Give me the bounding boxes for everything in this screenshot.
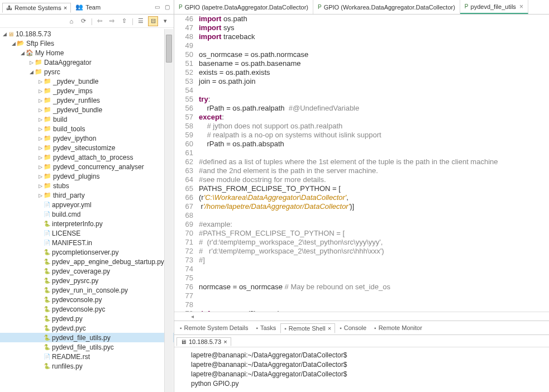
back-icon[interactable]: ⇦: [95, 16, 105, 26]
close-icon[interactable]: ×: [223, 338, 227, 345]
file-icon: 🐍: [44, 344, 50, 350]
tree-node[interactable]: 🐍pydevd_file_utils.py: [0, 333, 174, 342]
close-icon[interactable]: ×: [64, 4, 67, 11]
twist-icon[interactable]: ◢: [19, 50, 26, 56]
tree-node[interactable]: ▷📁stubs: [0, 181, 174, 190]
twist-icon[interactable]: ▷: [37, 136, 44, 141]
tree-node[interactable]: 🐍pydev_pysrc.py: [0, 276, 174, 285]
twist-icon[interactable]: ▷: [37, 155, 44, 160]
tree-node[interactable]: ▷📁pydev_ipython: [0, 133, 174, 143]
tree-node[interactable]: ▷📁third_party: [0, 190, 174, 200]
tree-node[interactable]: 🐍pycompletionserver.py: [0, 247, 174, 257]
tree-node[interactable]: ▷📁_pydevd_bundle: [0, 105, 174, 114]
twist-icon[interactable]: ◢: [1, 31, 8, 37]
shell-session-tab[interactable]: 🖥 10.188.5.73 ×: [176, 337, 231, 346]
bottom-tab[interactable]: ▪Tasks: [252, 323, 279, 332]
tree-node[interactable]: ◢🏠My Home: [0, 48, 174, 58]
twist-icon[interactable]: ▷: [37, 164, 44, 170]
bottom-tab[interactable]: ▪Remote System Details: [176, 323, 251, 332]
home-icon[interactable]: ⌂: [66, 16, 77, 26]
tree-node[interactable]: 📄MANIFEST.in: [0, 238, 174, 247]
collapse-icon[interactable]: ⊟: [148, 16, 158, 26]
file-icon: 📄: [44, 353, 50, 360]
refresh-icon[interactable]: ⟳: [79, 16, 89, 26]
tree-node[interactable]: ▷📁_pydev_imps: [0, 86, 174, 95]
twist-icon[interactable]: ▷: [37, 88, 44, 94]
close-icon[interactable]: ×: [519, 3, 523, 11]
tree-node[interactable]: ▷📁pydevd_plugins: [0, 171, 174, 181]
tree-node[interactable]: 📄appveyor.yml: [0, 200, 174, 209]
tree-node[interactable]: ▷📁_pydev_runfiles: [0, 95, 174, 105]
twist-icon[interactable]: ▷: [28, 60, 35, 65]
tree-node[interactable]: 🐍interpreterInfo.py: [0, 219, 174, 228]
twist-icon[interactable]: ▷: [37, 98, 44, 103]
twist-icon[interactable]: ▷: [37, 183, 44, 189]
code-editor[interactable]: 4647484950515253545556575859606162636465…: [174, 15, 549, 312]
file-tree[interactable]: ◢🖥10.188.5.73◢📂Sftp Files◢🏠My Home▷📁Data…: [0, 28, 174, 392]
close-icon[interactable]: ×: [328, 325, 331, 332]
shell-panel: 🖥 10.188.5.73 × lapetre@bananapi:~/DataA…: [174, 335, 549, 392]
tree-node[interactable]: ▷📁DataAggregator: [0, 58, 174, 67]
twist-icon[interactable]: ▷: [37, 79, 44, 84]
tree-node[interactable]: 🐍pydevd.py: [0, 314, 174, 323]
shell-inner-tabs: 🖥 10.188.5.73 ×: [174, 335, 549, 347]
twist-icon[interactable]: ◢: [10, 41, 17, 46]
tree-node[interactable]: 🐍pydevd_file_utils.pyc: [0, 342, 174, 352]
tree-node[interactable]: 🐍pydev_app_engine_debug_startup.py: [0, 257, 174, 266]
twist-icon[interactable]: ▷: [37, 145, 44, 151]
folder-icon: 📁: [44, 87, 51, 94]
twist-icon[interactable]: ▷: [37, 126, 44, 132]
tree-node[interactable]: ◢📂Sftp Files: [0, 39, 174, 48]
tree-node[interactable]: ▷📁build_tools: [0, 124, 174, 133]
tree-node[interactable]: ▷📁pydevd_attach_to_process: [0, 152, 174, 162]
tree-scrollbar[interactable]: [164, 29, 173, 392]
tree-node[interactable]: ▷📁build: [0, 114, 174, 124]
twist-icon[interactable]: ▷: [37, 174, 44, 179]
bottom-tab[interactable]: ▪Remote Shell ×: [280, 323, 335, 333]
tree-node[interactable]: 📄LICENSE: [0, 228, 174, 238]
twist-icon[interactable]: ◢: [28, 69, 35, 75]
bottom-tab[interactable]: ▪Console: [336, 323, 370, 332]
tree-node[interactable]: 🐍pydev_coverage.py: [0, 266, 174, 276]
maximize-icon[interactable]: ▢: [163, 3, 171, 12]
tree-node[interactable]: ◢🖥10.188.5.73: [0, 29, 174, 39]
twist-icon[interactable]: ▷: [37, 193, 44, 198]
tree-label: _pydev_bundle: [53, 78, 98, 85]
tree-node[interactable]: ◢📁pysrc: [0, 67, 174, 77]
tab-remote-systems[interactable]: 🖧 Remote Systems ×: [2, 3, 71, 13]
scrollbar-thumb[interactable]: [166, 35, 172, 63]
editor-tab[interactable]: PGPIO (lapetre.DataAggregator.DataCollec…: [174, 0, 313, 14]
shell-output[interactable]: lapetre@bananapi:~/DataAggregator/DataCo…: [174, 347, 549, 392]
menu-icon[interactable]: ▾: [160, 16, 170, 26]
tree-label: pydevd_plugins: [53, 173, 99, 180]
tab-team[interactable]: 👥 Team: [72, 2, 104, 12]
list-icon[interactable]: ☰: [136, 16, 146, 26]
tree-node[interactable]: 🐍pydevconsole.py: [0, 295, 174, 304]
folder-icon: 📁: [44, 125, 51, 132]
tree-node[interactable]: 📄build.cmd: [0, 209, 174, 219]
tree-label: Sftp Files: [26, 40, 54, 47]
up-icon[interactable]: ⇧: [120, 16, 130, 26]
tree-label: _pydevd_bundle: [53, 106, 102, 114]
shell-line: lapetre@bananapi:~/DataAggregator/DataCo…: [191, 370, 532, 379]
editor-tab-label: GPIO (lapetre.DataAggregator.DataCollect…: [185, 4, 308, 11]
editor-tab[interactable]: Ppydevd_file_utils ×: [460, 0, 528, 14]
tree-label: DataAggregator: [44, 59, 92, 66]
editor-tab[interactable]: PGPIO (Workarea.DataAggregator.DataColle…: [313, 0, 460, 14]
twist-icon[interactable]: ▷: [37, 117, 44, 122]
minimize-icon[interactable]: ▭: [152, 3, 161, 12]
forward-icon[interactable]: ⇨: [107, 16, 117, 26]
tree-node[interactable]: 📄README.rst: [0, 352, 174, 361]
hscroll-left-icon[interactable]: ◂: [191, 313, 194, 319]
bottom-tab[interactable]: ▪Remote Monitor: [371, 323, 426, 332]
tree-node[interactable]: ▷📁pydev_sitecustomize: [0, 143, 174, 152]
tree-node[interactable]: ▷📁pydevd_concurrency_analyser: [0, 162, 174, 171]
tree-node[interactable]: 🐍pydevd.pyc: [0, 323, 174, 333]
tree-node[interactable]: 🐍runfiles.py: [0, 361, 174, 371]
tree-label: 10.188.5.73: [16, 30, 51, 38]
tree-node[interactable]: ▷📁_pydev_bundle: [0, 77, 174, 86]
code-area[interactable]: import os.pathimport sysimport traceback…: [197, 15, 549, 312]
tree-node[interactable]: 🐍pydevconsole.pyc: [0, 304, 174, 314]
tree-node[interactable]: 🐍pydev_run_in_console.py: [0, 285, 174, 295]
twist-icon[interactable]: ▷: [37, 107, 44, 113]
